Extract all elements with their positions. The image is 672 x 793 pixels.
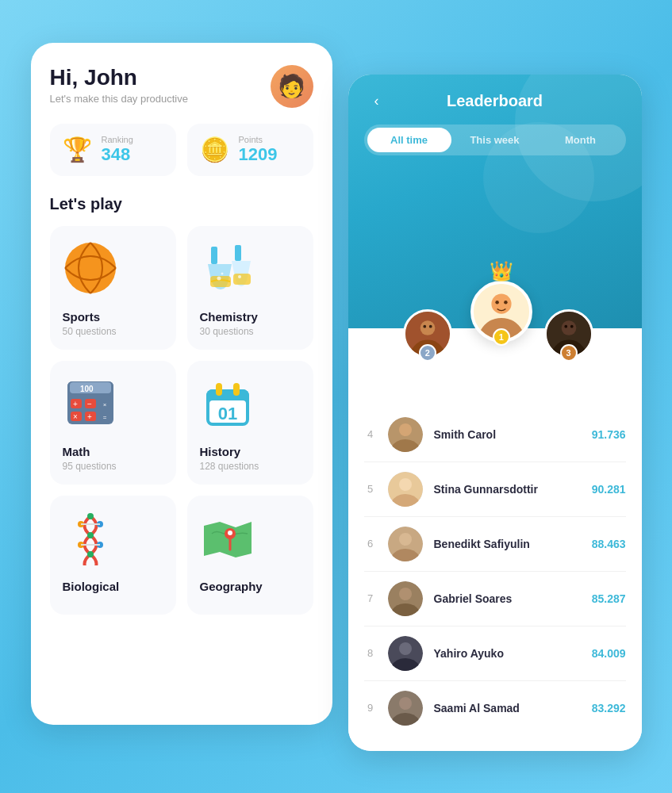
player-2-avatar-wrap: 2 xyxy=(403,309,452,358)
svg-point-54 xyxy=(399,423,412,436)
podium-player-3: 3 Peter 95.876 xyxy=(544,309,593,392)
svg-point-58 xyxy=(399,533,412,546)
svg-text:×: × xyxy=(73,412,78,421)
svg-text:×: × xyxy=(102,401,106,408)
rank-5: 5 xyxy=(364,483,377,495)
svg-rect-27 xyxy=(233,383,240,396)
avatar-6 xyxy=(388,527,423,561)
rank-6: 6 xyxy=(364,538,377,550)
player-3-name: Peter xyxy=(555,363,582,375)
avatar-8 xyxy=(388,636,423,671)
geography-icon xyxy=(200,510,255,573)
stats-row: 🏆 Ranking 348 🪙 Points 1209 xyxy=(50,124,313,176)
rank-badge-1: 1 xyxy=(493,328,510,346)
svg-rect-3 xyxy=(235,245,241,261)
tab-all-time[interactable]: All time xyxy=(367,128,451,152)
svg-rect-26 xyxy=(216,383,222,396)
subject-card-chemistry[interactable]: Chemistry 30 questions xyxy=(187,226,313,350)
player-1-score: 145.093 xyxy=(482,364,520,376)
svg-point-30 xyxy=(87,513,94,519)
podium-player-2: 2 Lennert Niva 120.774 xyxy=(396,309,459,392)
svg-point-60 xyxy=(399,588,412,600)
tab-month[interactable]: Month xyxy=(539,128,623,152)
points-label: Points xyxy=(239,135,278,144)
user-avatar[interactable]: 🧑 xyxy=(271,65,313,108)
sports-icon xyxy=(63,240,118,304)
history-count: 128 questions xyxy=(200,461,259,472)
name-8: Yahiro Ayuko xyxy=(434,647,581,660)
svg-text:+: + xyxy=(73,400,78,408)
score-4: 91.736 xyxy=(592,428,626,441)
svg-text:100: 100 xyxy=(80,385,94,393)
math-icon: 100 + − × × + = xyxy=(63,375,118,439)
math-count: 95 questions xyxy=(63,461,117,472)
biology-icon xyxy=(63,510,118,573)
points-info: Points 1209 xyxy=(239,135,278,165)
chemistry-icon xyxy=(200,240,255,304)
rank-9: 9 xyxy=(364,702,377,714)
svg-text:=: = xyxy=(102,414,106,421)
player-3-avatar-wrap: 3 xyxy=(544,309,593,358)
tab-this-week[interactable]: This week xyxy=(453,128,537,152)
ranking-box: 🏆 Ranking 348 xyxy=(50,124,176,176)
subjects-grid: Sports 50 questions xyxy=(50,226,313,615)
math-name: Math xyxy=(63,445,90,458)
avatar-5 xyxy=(388,472,423,507)
player-2-score: 120.774 xyxy=(409,380,446,392)
avatar-4 xyxy=(388,417,423,452)
rank-badge-3: 3 xyxy=(560,344,578,362)
rank-badge-2: 2 xyxy=(419,344,436,362)
history-icon: 01 xyxy=(200,375,255,439)
leaderboard-header: ‹ Leaderboard All time This week Month xyxy=(348,75,642,328)
list-item-7: 7 Gabriel Soares 85.287 xyxy=(364,572,626,626)
svg-point-40 xyxy=(228,531,232,535)
svg-point-36 xyxy=(87,551,94,557)
score-9: 83.292 xyxy=(592,702,626,714)
player-1-name: David James xyxy=(470,347,533,359)
ranking-label: Ranking xyxy=(102,135,133,144)
back-button[interactable]: ‹ xyxy=(364,88,390,113)
subject-card-history[interactable]: 01 History 128 questions xyxy=(187,361,313,485)
svg-text:−: − xyxy=(87,400,92,408)
points-value: 1209 xyxy=(239,144,278,164)
header-row: Hi, John Let's make this day productive … xyxy=(50,65,313,108)
greeting-subtitle: Let's make this day productive xyxy=(50,93,188,105)
svg-point-44 xyxy=(429,324,432,328)
subject-card-math[interactable]: 100 + − × × + = xyxy=(50,361,176,485)
svg-rect-4 xyxy=(233,274,251,285)
svg-point-42 xyxy=(420,320,435,335)
avatar-7 xyxy=(388,581,423,616)
subject-card-sports[interactable]: Sports 50 questions xyxy=(50,226,176,350)
svg-rect-1 xyxy=(211,247,217,264)
name-6: Benedikt Safiyulin xyxy=(434,538,581,550)
podium-row: 2 Lennert Niva 120.774 👑 xyxy=(348,281,642,392)
svg-point-33 xyxy=(87,532,94,538)
right-card: ‹ Leaderboard All time This week Month xyxy=(348,75,642,751)
score-5: 90.281 xyxy=(592,483,626,496)
leaderboard-title: Leaderboard xyxy=(447,92,543,110)
biological-name: Biological xyxy=(63,580,120,593)
svg-text:01: 01 xyxy=(217,404,236,423)
name-7: Gabriel Soares xyxy=(434,592,581,605)
svg-point-52 xyxy=(570,324,573,328)
lb-top-row: ‹ Leaderboard xyxy=(364,92,626,110)
svg-point-0 xyxy=(65,243,116,293)
left-card: Hi, John Let's make this day productive … xyxy=(31,43,332,725)
list-item-5: 5 Stina Gunnarsdottir 90.281 xyxy=(364,462,626,517)
svg-point-6 xyxy=(221,272,223,274)
svg-point-47 xyxy=(495,301,498,304)
subject-card-geography[interactable]: Geography xyxy=(187,496,313,615)
app-wrapper: Hi, John Let's make this day productive … xyxy=(31,43,642,751)
sports-name: Sports xyxy=(63,310,101,324)
points-box: 🪙 Points 1209 xyxy=(187,124,313,176)
rank-8: 8 xyxy=(364,647,377,659)
coin-icon: 🪙 xyxy=(200,136,229,163)
svg-point-51 xyxy=(564,324,567,328)
score-7: 85.287 xyxy=(592,592,626,605)
svg-point-64 xyxy=(399,697,412,710)
geography-name: Geography xyxy=(200,580,263,593)
list-item-6: 6 Benedikt Safiyulin 88.463 xyxy=(364,517,626,572)
subject-card-biological[interactable]: Biological xyxy=(50,496,176,615)
svg-point-50 xyxy=(561,320,576,335)
lets-play-title: Let's play xyxy=(50,195,313,213)
